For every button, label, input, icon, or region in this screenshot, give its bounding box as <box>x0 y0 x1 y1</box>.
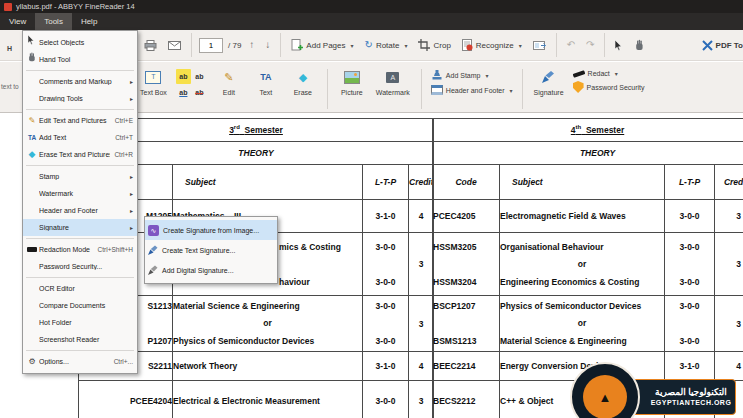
pdf-to-button[interactable]: PDF To <box>702 40 743 51</box>
menu-bar: View Tools Help <box>0 13 743 30</box>
insert-ab-label: ab <box>195 73 203 80</box>
signature-button[interactable]: Signature <box>532 66 566 97</box>
submenu-item-add-digital-signature[interactable]: Add Digital Signature... <box>145 260 277 280</box>
text-box-icon: T <box>145 71 161 84</box>
header-footer-label: Header and Footer <box>446 87 505 94</box>
select-tool-button[interactable] <box>612 38 627 53</box>
menu-separator <box>26 238 134 239</box>
menu-item-hot-folder[interactable]: Hot Folder <box>23 314 137 331</box>
crop-label: Crop <box>433 41 450 50</box>
insert-text-button[interactable]: ab <box>192 69 207 84</box>
submenu-item-create-signature-from-image[interactable]: ∿ Create Signature from Image... <box>145 220 277 240</box>
page-number-input[interactable] <box>199 38 223 53</box>
text-signature-pen-icon <box>148 245 158 255</box>
highlight-text-button[interactable]: ab <box>176 69 191 84</box>
menu-item-ocr-editor[interactable]: OCR Editor <box>23 280 137 297</box>
ocr-editor-quick-button[interactable] <box>530 38 549 53</box>
highlight-ab-label: ab <box>179 73 187 80</box>
app-icon <box>4 3 12 11</box>
erase-label: Erase <box>294 89 312 96</box>
menu-item-erase-text-and-pictures[interactable]: ◆ Erase Text and Pictures Ctrl+R <box>23 146 137 163</box>
undo-icon: ↶ <box>567 40 575 50</box>
rotate-label: Rotate <box>376 41 400 50</box>
picture-button[interactable]: Picture <box>337 66 367 97</box>
text-box-button[interactable]: T Text Box <box>138 66 169 97</box>
print-button[interactable] <box>141 38 160 53</box>
hand-tool-button[interactable] <box>632 37 648 53</box>
redact-security-group: Redact Password Security <box>573 70 645 93</box>
toolbar-separator <box>604 33 605 57</box>
menu-item-comments-and-markup[interactable]: Comments and Markup ▸ <box>23 73 137 90</box>
menu-item-stamp[interactable]: Stamp ▸ <box>23 168 137 185</box>
submenu-item-create-text-signature[interactable]: Create Text Signature... <box>145 240 277 260</box>
menu-item-add-text[interactable]: TA Add Text Ctrl+T <box>23 129 137 146</box>
menu-view[interactable]: View <box>0 13 35 30</box>
menu-tools[interactable]: Tools <box>35 13 72 30</box>
menu-help[interactable]: Help <box>72 13 106 30</box>
add-stamp-label: Add Stamp <box>446 72 481 79</box>
menu-item-password-security[interactable]: Password Security... <box>23 258 137 275</box>
header-and-footer-button[interactable]: Header and Footer <box>431 85 513 95</box>
shield-icon <box>573 81 584 93</box>
submenu-arrow-icon: ▸ <box>130 190 133 197</box>
recognize-button[interactable]: Recognize <box>459 37 525 53</box>
previous-page-button[interactable]: ↑ <box>246 38 257 52</box>
add-stamp-button[interactable]: Add Stamp <box>431 70 513 81</box>
menu-separator <box>26 109 134 110</box>
menu-item-screenshot-reader[interactable]: Screenshot Reader <box>23 331 137 348</box>
underline-ab-label: ab <box>179 89 187 96</box>
printer-icon <box>144 40 157 51</box>
strikeout-text-button[interactable]: ab <box>192 85 207 100</box>
redo-icon: ↷ <box>586 40 594 50</box>
add-pages-button[interactable]: Add Pages <box>288 37 356 53</box>
email-button[interactable] <box>165 39 184 52</box>
submenu-arrow-icon: ▸ <box>130 173 133 180</box>
watermark-button[interactable]: A Watermark <box>374 66 412 97</box>
menu-item-header-and-footer[interactable]: Header and Footer ▸ <box>23 202 137 219</box>
redo-button[interactable]: ↷ <box>583 38 597 52</box>
menu-item-signature[interactable]: Signature ▸ <box>23 219 137 236</box>
pdf-convert-icon <box>702 40 713 51</box>
col-header-ltp: L-T-P <box>363 165 409 200</box>
crop-icon <box>418 39 430 51</box>
menu-item-watermark[interactable]: Watermark ▸ <box>23 185 137 202</box>
window-title: yllabus.pdf - ABBYY FineReader 14 <box>16 0 135 13</box>
recognize-label: Recognize <box>476 41 514 50</box>
erase-button[interactable]: ◆ Erase <box>288 66 318 97</box>
menu-separator <box>26 70 134 71</box>
menu-item-compare-documents[interactable]: Compare Documents <box>23 297 137 314</box>
add-text-icon: TA <box>260 72 271 82</box>
edit-button[interactable]: ✎ Edit <box>214 66 244 97</box>
picture-icon <box>344 71 360 84</box>
menu-item-hand-tool[interactable]: Hand Tool <box>23 51 137 68</box>
menu-item-edit-text-and-pictures[interactable]: ✎ Edit Text and Pictures Ctrl+E <box>23 112 137 129</box>
gear-icon: ⚙ <box>28 357 35 366</box>
underline-text-button[interactable]: ab <box>176 85 191 100</box>
arrow-up-icon: ↑ <box>249 40 254 50</box>
signature-image-icon: ∿ <box>148 225 159 236</box>
menu-item-options[interactable]: ⚙ Options... Ctrl+... <box>23 353 137 370</box>
menu-item-select-objects[interactable]: Select Objects <box>23 34 137 51</box>
table-row: HSSM3205HSSM3204 Organisational Behaviou… <box>433 233 743 296</box>
menu-item-redaction-mode[interactable]: Redaction Mode Ctrl+Shift+H <box>23 241 137 258</box>
rotate-button[interactable]: ↻ Rotate <box>362 38 411 52</box>
app-window: yllabus.pdf - ABBYY FineReader 14 View T… <box>0 0 743 418</box>
signature-pen-icon <box>542 71 556 83</box>
submenu-arrow-icon: ▸ <box>130 95 133 102</box>
eraser-icon: ◆ <box>299 73 307 82</box>
crop-button[interactable]: Crop <box>415 37 453 53</box>
toolbar-separator <box>191 33 192 57</box>
toolbar-separator <box>327 69 328 109</box>
redact-button[interactable]: Redact <box>573 70 645 77</box>
next-page-button[interactable]: ↓ <box>262 38 273 52</box>
undo-button[interactable]: ↶ <box>564 38 578 52</box>
menu-item-drawing-tools[interactable]: Drawing Tools ▸ <box>23 90 137 107</box>
password-security-button[interactable]: Password Security <box>573 81 645 93</box>
add-text-button[interactable]: TA Text <box>251 66 281 97</box>
picture-label: Picture <box>341 89 363 96</box>
toolbar-separator <box>556 33 557 57</box>
watermark-english-text: EGYPTIANTECH.ORG <box>651 398 732 407</box>
page-total-label: / 79 <box>228 41 241 50</box>
hand-icon <box>635 39 645 51</box>
col-header-code: Code <box>433 165 500 200</box>
